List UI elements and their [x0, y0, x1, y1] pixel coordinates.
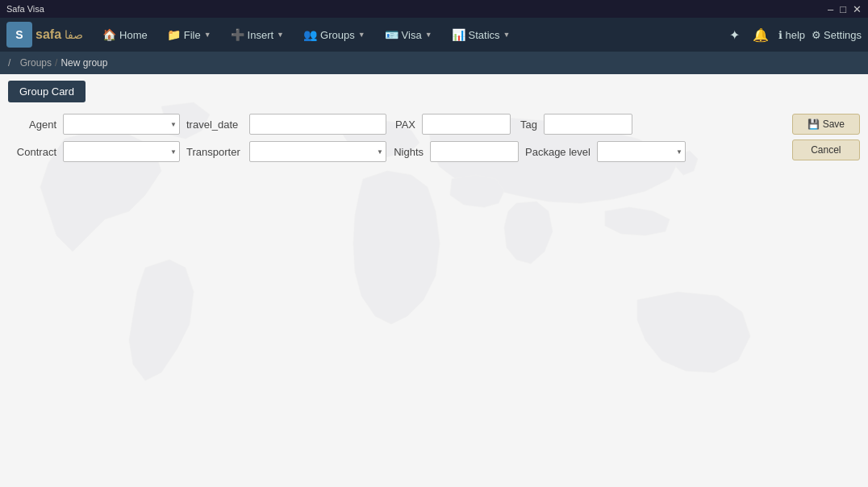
- title-bar: Safa Visa – □ ✕: [0, 0, 868, 18]
- statics-arrow-icon: ▼: [503, 31, 511, 39]
- nights-label: Nights: [393, 146, 424, 158]
- brand-logo: S: [6, 22, 32, 48]
- settings-button[interactable]: ⚙ Settings: [812, 29, 862, 41]
- transporter-select-wrapper: [249, 141, 386, 162]
- group-card-button[interactable]: Group Card: [8, 81, 86, 102]
- main-content: Group Card Agent travel_date: [0, 74, 868, 487]
- package-level-select[interactable]: [597, 141, 686, 162]
- breadcrumb-sep2: /: [55, 57, 57, 69]
- nav-groups[interactable]: 👥 Groups ▼: [295, 22, 373, 48]
- package-level-select-wrapper: [597, 141, 686, 162]
- brand-name-ar: صفا: [65, 28, 83, 41]
- app-title: Safa Visa: [6, 4, 44, 14]
- form-row-2: Contract Transporter Nights: [8, 141, 787, 162]
- nav-visa[interactable]: 🪪 Visa ▼: [377, 22, 440, 48]
- help-button[interactable]: ℹ help: [778, 29, 805, 41]
- breadcrumb-new-group: New group: [61, 57, 107, 69]
- brand-name: safa: [35, 27, 61, 42]
- insert-icon: ➕: [231, 28, 244, 41]
- breadcrumb-groups[interactable]: Groups: [20, 57, 52, 69]
- transporter-select[interactable]: [249, 141, 386, 162]
- insert-arrow-icon: ▼: [277, 31, 284, 39]
- package-level-label: Package level: [525, 146, 590, 158]
- contract-select[interactable]: [63, 141, 180, 162]
- nav-home-label: Home: [119, 29, 148, 41]
- nav-statics-label: Statics: [469, 29, 500, 41]
- agent-select-wrapper: [63, 114, 180, 135]
- agent-select[interactable]: [63, 114, 180, 135]
- nav-statics[interactable]: 📊 Statics ▼: [444, 22, 519, 48]
- tag-label: Tag: [517, 119, 537, 131]
- pax-input[interactable]: [422, 114, 511, 135]
- form-row-1: Agent travel_date PAX Tag: [8, 114, 787, 135]
- navbar-right: ✦ 🔔 ℹ help ⚙ Settings: [726, 24, 862, 46]
- pax-label: PAX: [393, 119, 415, 131]
- nav-insert-label: Insert: [248, 29, 274, 41]
- save-button[interactable]: 💾 Save: [792, 114, 860, 135]
- nights-input[interactable]: [430, 141, 519, 162]
- breadcrumb-sep1: [14, 57, 16, 69]
- file-arrow-icon: ▼: [204, 31, 211, 39]
- nav-insert[interactable]: ➕ Insert ▼: [223, 22, 292, 48]
- visa-arrow-icon: ▼: [425, 31, 432, 39]
- nav-file-label: File: [184, 29, 201, 41]
- star-icon[interactable]: ✦: [726, 24, 743, 46]
- save-label: Save: [823, 119, 845, 130]
- close-btn[interactable]: ✕: [853, 3, 862, 15]
- settings-gear-icon: ⚙: [812, 29, 821, 41]
- nav-home[interactable]: 🏠 Home: [94, 22, 156, 48]
- form-fields: Agent travel_date PAX Tag: [8, 114, 787, 169]
- travel-date-label: travel_date: [186, 119, 243, 131]
- minimize-btn[interactable]: –: [828, 3, 833, 15]
- groups-icon: 👥: [303, 28, 317, 41]
- cancel-button[interactable]: Cancel: [792, 139, 860, 160]
- maximize-btn[interactable]: □: [840, 3, 846, 15]
- save-icon: 💾: [807, 119, 820, 130]
- contract-label: Contract: [8, 146, 56, 158]
- action-buttons: 💾 Save Cancel: [792, 114, 860, 160]
- file-icon: 📁: [167, 28, 181, 41]
- agent-label: Agent: [8, 119, 56, 131]
- nav-groups-label: Groups: [320, 29, 355, 41]
- settings-label: Settings: [824, 29, 862, 41]
- help-label: help: [785, 29, 805, 41]
- breadcrumb-root[interactable]: /: [8, 57, 10, 69]
- help-info-icon: ℹ: [778, 29, 782, 41]
- nav-file[interactable]: 📁 File ▼: [159, 22, 219, 48]
- bell-icon[interactable]: 🔔: [749, 24, 772, 46]
- groups-arrow-icon: ▼: [358, 31, 365, 39]
- transporter-label: Transporter: [186, 146, 243, 158]
- window-controls: – □ ✕: [828, 3, 862, 15]
- travel-date-input[interactable]: [249, 114, 386, 135]
- navbar: S safa صفا 🏠 Home 📁 File ▼ ➕ Insert ▼ 👥 …: [0, 18, 868, 52]
- form-area: Agent travel_date PAX Tag: [8, 114, 860, 169]
- tag-input[interactable]: [544, 114, 632, 135]
- breadcrumb: / Groups / New group: [0, 52, 868, 74]
- statics-icon: 📊: [452, 28, 465, 41]
- contract-select-wrapper: [63, 141, 180, 162]
- visa-icon: 🪪: [385, 28, 399, 41]
- content-panel: Group Card Agent travel_date: [0, 74, 868, 175]
- brand: S safa صفا: [6, 22, 83, 48]
- nav-visa-label: Visa: [402, 29, 422, 41]
- home-icon: 🏠: [102, 28, 116, 41]
